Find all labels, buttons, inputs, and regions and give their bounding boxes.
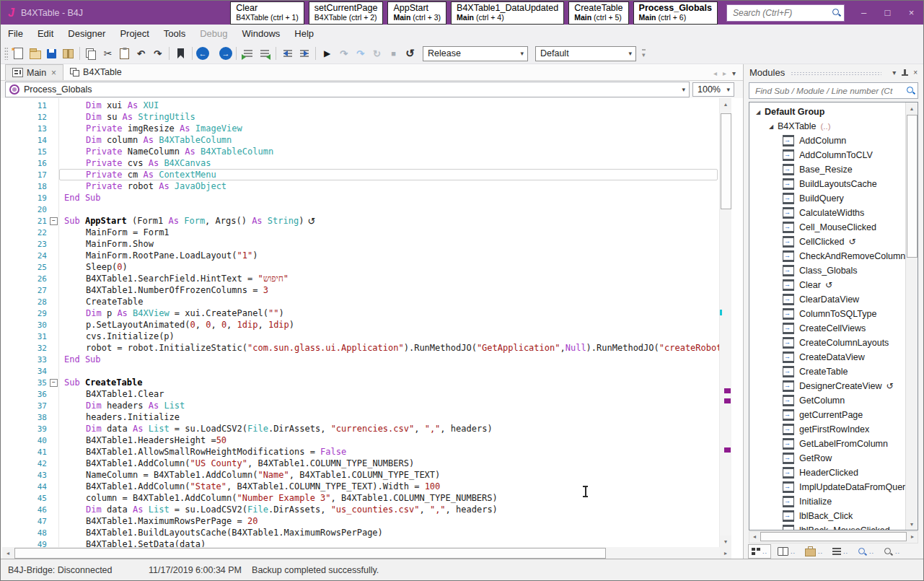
module-sub-headerclicked[interactable]: HeaderClicked bbox=[749, 466, 906, 480]
redo-icon[interactable]: ↷ bbox=[150, 46, 165, 61]
tab-b4xtable[interactable]: B4XTable bbox=[63, 64, 128, 80]
find-icon[interactable] bbox=[906, 86, 915, 95]
scroll-up-icon[interactable] bbox=[720, 98, 731, 110]
module-sub-designercreateview[interactable]: DesignerCreateView↺ bbox=[749, 379, 906, 393]
tree-vertical-scrollbar[interactable] bbox=[905, 102, 918, 530]
navigate-forward-icon[interactable]: → bbox=[219, 47, 232, 60]
module-sub-checkandremovecolumn[interactable]: CheckAndRemoveColumn bbox=[749, 249, 906, 263]
editor-zoom-select[interactable]: 100% bbox=[692, 82, 734, 97]
module-sub-lblback-click[interactable]: lblBack_Click bbox=[749, 509, 906, 523]
tab-main[interactable]: Main× bbox=[5, 64, 63, 80]
module-sub-createdataview[interactable]: CreateDataView bbox=[749, 350, 906, 364]
debug-step-into-icon[interactable]: ↷ bbox=[353, 46, 368, 61]
back-history-caret-icon[interactable] bbox=[211, 46, 218, 61]
panel-tab-libraries-tab-icon[interactable]: .. bbox=[775, 545, 798, 558]
title-search-box[interactable] bbox=[726, 4, 845, 22]
menu-designer[interactable]: Designer bbox=[61, 25, 113, 43]
copy-icon[interactable] bbox=[84, 46, 99, 61]
scroll-up-icon[interactable] bbox=[906, 102, 918, 114]
module-sub-createcellviews[interactable]: CreateCellViews bbox=[749, 321, 906, 336]
panel-tab-find-references-tab-icon[interactable]: .. bbox=[855, 545, 877, 558]
menu-file[interactable]: File bbox=[1, 25, 30, 43]
menu-help[interactable]: Help bbox=[287, 25, 321, 43]
module-sub-getcurrentpage[interactable]: getCurrentPage bbox=[749, 408, 906, 422]
find-sub-input[interactable] bbox=[754, 85, 906, 97]
scroll-right-icon[interactable] bbox=[907, 532, 918, 541]
module-sub-class-globals[interactable]: Class_Globals bbox=[749, 263, 906, 278]
module-sub-buildlayoutscache[interactable]: BuildLayoutsCache bbox=[749, 177, 906, 191]
uncomment-icon[interactable] bbox=[257, 46, 272, 61]
indent-icon[interactable] bbox=[296, 46, 312, 61]
panel-tab-logs-tab-icon[interactable]: .. bbox=[830, 545, 851, 558]
scroll-right-icon[interactable] bbox=[720, 547, 731, 559]
search-input[interactable] bbox=[731, 7, 832, 19]
module-sub-cell-mouseclicked[interactable]: Cell_MouseClicked bbox=[749, 220, 906, 235]
quick-launch-button-createtable[interactable]: CreateTableMain (ctrl + 5) bbox=[568, 1, 628, 25]
layout-variant-select[interactable]: Default bbox=[535, 46, 636, 61]
menu-debug[interactable]: Debug bbox=[193, 25, 234, 43]
tree-group-default-group[interactable]: Default Group bbox=[749, 105, 906, 119]
tree-module-b4xtable[interactable]: B4XTable(..) bbox=[749, 119, 906, 134]
code-editor[interactable]: 11Dim xui As XUI12Dim su As StringUtils1… bbox=[1, 98, 743, 559]
quick-launch-button-appstart[interactable]: AppStartMain (ctrl + 3) bbox=[387, 1, 446, 25]
menu-edit[interactable]: Edit bbox=[30, 25, 61, 43]
quick-launch-button-b4xtable1-dataupdated[interactable]: B4XTable1_DataUpdatedMain (ctrl + 4) bbox=[451, 1, 564, 25]
scroll-left-icon[interactable] bbox=[2, 547, 14, 559]
restart-icon[interactable]: ↺ bbox=[402, 46, 418, 61]
panel-tab-files-tab-icon[interactable]: .. bbox=[802, 545, 826, 558]
module-sub-addcolumntoclv[interactable]: AddColumnToCLV bbox=[749, 148, 906, 162]
module-sub-clear[interactable]: Clear↺ bbox=[749, 278, 906, 292]
maximize-button[interactable]: □ bbox=[876, 1, 899, 25]
save-icon[interactable] bbox=[44, 46, 59, 61]
navigate-back-icon[interactable]: ← bbox=[196, 47, 209, 60]
scroll-left-icon[interactable] bbox=[749, 532, 760, 541]
module-sub-createtable[interactable]: CreateTable bbox=[749, 364, 906, 379]
open-file-icon[interactable] bbox=[27, 46, 43, 61]
tab-scroll-left-icon[interactable]: ◂ bbox=[713, 69, 717, 77]
debug-step-out-icon[interactable]: ↻ bbox=[369, 46, 384, 61]
minimize-button[interactable]: – bbox=[852, 1, 876, 25]
panel-tab-quick-search-tab-icon[interactable]: .. bbox=[881, 545, 903, 558]
run-icon[interactable]: ▶ bbox=[320, 46, 335, 61]
module-sub-implupdatedatafromquery[interactable]: ImplUpdateDataFromQuery bbox=[749, 480, 906, 494]
debug-step-over-icon[interactable]: ↷ bbox=[336, 46, 351, 61]
paste-icon[interactable] bbox=[117, 46, 132, 61]
stop-icon[interactable]: ■ bbox=[386, 46, 401, 61]
menu-tools[interactable]: Tools bbox=[157, 25, 193, 43]
module-sub-getfirstrowindex[interactable]: getFirstRowIndex bbox=[749, 422, 906, 437]
outdent-icon[interactable] bbox=[280, 46, 295, 61]
module-sub-cellclicked[interactable]: CellClicked↺ bbox=[749, 235, 906, 249]
panel-drag-handle[interactable] bbox=[791, 71, 881, 76]
close-button[interactable]: × bbox=[899, 1, 923, 25]
panel-close-icon[interactable]: × bbox=[913, 69, 918, 77]
quick-launch-button-setcurrentpage[interactable]: setCurrentPageB4XTable (ctrl + 2) bbox=[309, 1, 384, 25]
new-file-icon[interactable] bbox=[11, 46, 26, 61]
module-sub-columntosqltype[interactable]: ColumnToSQLType bbox=[749, 307, 906, 321]
quick-launch-button-clear[interactable]: ClearB4XTable (ctrl + 1) bbox=[230, 1, 304, 25]
sub-navigator-select[interactable]: Process_Globals bbox=[5, 82, 690, 97]
module-sub-getcolumn[interactable]: GetColumn bbox=[749, 393, 906, 408]
menu-windows[interactable]: Windows bbox=[235, 25, 288, 43]
module-sub-lblback-mouseclicked[interactable]: lblBack_MouseClicked bbox=[749, 523, 906, 530]
toolbar-overflow-icon[interactable] bbox=[642, 49, 646, 58]
search-icon[interactable] bbox=[832, 8, 841, 17]
cut-icon[interactable]: ✂ bbox=[100, 46, 115, 61]
module-sub-base-resize[interactable]: Base_Resize bbox=[749, 162, 906, 177]
scroll-down-icon[interactable] bbox=[906, 518, 918, 530]
editor-horizontal-scrollbar[interactable] bbox=[2, 547, 731, 559]
module-sub-cleardataview[interactable]: ClearDataView bbox=[749, 292, 906, 307]
export-zip-icon[interactable] bbox=[61, 46, 76, 61]
pin-icon[interactable] bbox=[901, 69, 908, 77]
tree-horizontal-scrollbar[interactable] bbox=[749, 531, 918, 543]
editor-vertical-scrollbar[interactable] bbox=[719, 98, 731, 547]
comment-icon[interactable] bbox=[240, 46, 255, 61]
module-sub-initialize[interactable]: Initialize bbox=[749, 494, 906, 509]
menu-project[interactable]: Project bbox=[113, 25, 156, 43]
module-sub-addcolumn[interactable]: AddColumn bbox=[749, 134, 906, 148]
horizontal-scrollbar-thumb[interactable] bbox=[14, 548, 606, 559]
scroll-down-icon[interactable] bbox=[720, 536, 731, 547]
bookmark-icon[interactable] bbox=[173, 46, 188, 61]
panel-menu-icon[interactable]: ▾ bbox=[892, 69, 896, 77]
build-configuration-select[interactable]: Release bbox=[423, 46, 528, 61]
module-sub-createcolumnlayouts[interactable]: CreateColumnLayouts bbox=[749, 336, 906, 350]
